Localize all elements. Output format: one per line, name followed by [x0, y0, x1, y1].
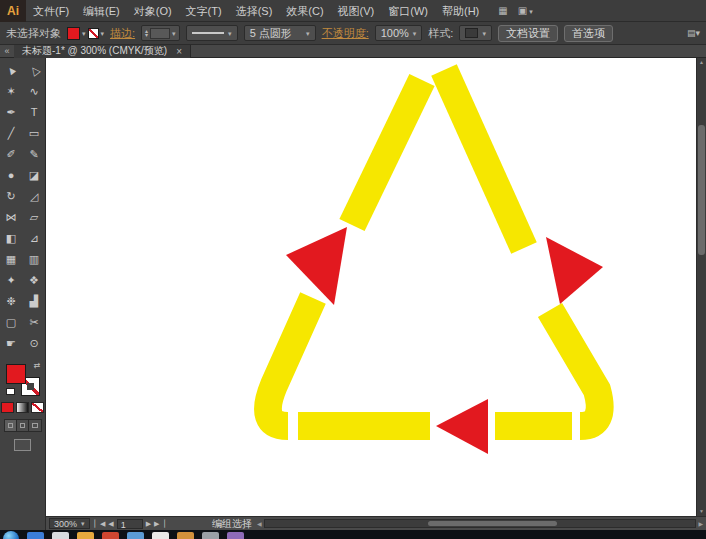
taskbar-app-icon[interactable] — [27, 532, 44, 539]
line-segment-tool[interactable]: ╱ — [0, 123, 23, 144]
zoom-tool[interactable]: ⊙ — [23, 333, 46, 354]
stroke-swatch[interactable] — [88, 28, 99, 39]
screen-mode-button[interactable] — [14, 439, 31, 451]
color-button[interactable] — [1, 402, 14, 413]
opacity-label[interactable]: 不透明度: — [322, 26, 369, 41]
horizontal-scrollbar-track[interactable] — [264, 519, 697, 528]
taskbar-app-icon[interactable] — [127, 532, 144, 539]
scale-tool[interactable]: ◿ — [23, 186, 46, 207]
vertical-scrollbar-track[interactable] — [697, 67, 706, 507]
artboard-number-field[interactable]: 1 — [117, 519, 143, 529]
shape-builder-tool[interactable]: ◧ — [0, 228, 23, 249]
stroke-weight-stepper[interactable]: ▴▾ ▾ — [141, 25, 180, 41]
fill-chevron-down-icon[interactable]: ▾ — [82, 30, 86, 37]
workspace-switcher-icon[interactable]: ▣▾ — [518, 5, 533, 16]
blob-brush-tool[interactable]: ● — [0, 165, 23, 186]
vertical-scrollbar[interactable]: ▲ ▼ — [696, 58, 706, 516]
brush-dropdown[interactable]: 5 点圆形 ▾ — [244, 25, 316, 41]
menu-item[interactable]: 效果(C) — [279, 0, 330, 22]
arrange-documents-icon[interactable]: ▦ — [498, 5, 507, 16]
mesh-tool[interactable]: ▦ — [0, 249, 23, 270]
pen-tool[interactable]: ✒ — [0, 102, 23, 123]
start-button[interactable] — [3, 531, 19, 539]
scroll-up-icon[interactable]: ▲ — [699, 58, 704, 67]
menu-item[interactable]: 对象(O) — [127, 0, 179, 22]
recycle-arrow-bottom[interactable] — [436, 399, 488, 454]
taskbar-app-icon[interactable] — [202, 532, 219, 539]
prev-artboard-button[interactable]: ◀ — [108, 520, 113, 528]
draw-inside-mode-button[interactable] — [29, 420, 41, 431]
taskbar-app-icon[interactable] — [52, 532, 69, 539]
taskbar-app-icon[interactable] — [77, 532, 94, 539]
triangle-band-upper-left[interactable] — [352, 80, 422, 225]
gradient-tool[interactable]: ▥ — [23, 249, 46, 270]
width-profile-dropdown[interactable]: ▾ — [186, 25, 238, 41]
menu-item[interactable]: 文字(T) — [179, 0, 229, 22]
eyedropper-tool[interactable]: ✦ — [0, 270, 23, 291]
paintbrush-tool[interactable]: ✐ — [0, 144, 23, 165]
stroke-weight-value[interactable] — [150, 28, 170, 39]
triangle-band-upper-right[interactable] — [444, 70, 524, 248]
control-panel-menu-icon[interactable]: ▤▾ — [687, 28, 700, 38]
triangle-band-lower-left[interactable] — [268, 298, 313, 426]
free-transform-tool[interactable]: ▱ — [23, 207, 46, 228]
preferences-button[interactable]: 首选项 — [564, 25, 613, 42]
perspective-grid-tool[interactable]: ⊿ — [23, 228, 46, 249]
stepper-arrows-icon[interactable]: ▴▾ — [145, 29, 148, 37]
pencil-tool[interactable]: ✎ — [23, 144, 46, 165]
zoom-dropdown[interactable]: 300% ▾ — [49, 518, 90, 529]
rectangle-tool[interactable]: ▭ — [23, 123, 46, 144]
menu-item[interactable]: 文件(F) — [26, 0, 76, 22]
slice-tool[interactable]: ✂ — [23, 312, 46, 333]
document-tab[interactable]: 未标题-1* @ 300% (CMYK/预览) × — [14, 45, 191, 58]
recycle-arrow-right[interactable] — [546, 237, 603, 304]
next-artboard-button[interactable]: ▶ — [146, 520, 151, 528]
swap-fill-stroke-icon[interactable]: ⇄ — [34, 362, 41, 370]
none-button[interactable] — [31, 402, 44, 413]
style-dropdown[interactable]: ▾ — [459, 25, 492, 41]
fill-swatch[interactable] — [67, 27, 80, 40]
stroke-weight-label[interactable]: 描边: — [110, 26, 135, 41]
horizontal-scrollbar-thumb[interactable] — [428, 521, 557, 526]
artboard-tool[interactable]: ▢ — [0, 312, 23, 333]
default-fill-stroke-icon[interactable] — [6, 388, 15, 395]
triangle-band-lower-right[interactable] — [550, 310, 600, 426]
menu-item[interactable]: 窗口(W) — [381, 0, 435, 22]
taskbar-app-icon[interactable] — [102, 532, 119, 539]
hand-tool[interactable]: ☛ — [0, 333, 23, 354]
taskbar-app-icon[interactable] — [152, 532, 169, 539]
menu-item[interactable]: 视图(V) — [331, 0, 382, 22]
draw-normal-mode-button[interactable] — [5, 420, 17, 431]
draw-behind-mode-button[interactable] — [17, 420, 29, 431]
vertical-scrollbar-thumb[interactable] — [698, 125, 705, 255]
scroll-right-icon[interactable]: ▶ — [698, 520, 703, 527]
taskbar-app-icon[interactable] — [177, 532, 194, 539]
stroke-chevron-down-icon[interactable]: ▾ — [101, 30, 105, 37]
menu-item[interactable]: 选择(S) — [229, 0, 280, 22]
scroll-down-icon[interactable]: ▼ — [699, 507, 704, 516]
horizontal-scrollbar[interactable]: ◀ ▶ — [257, 518, 703, 529]
tab-close-icon[interactable]: × — [176, 46, 182, 57]
windows-taskbar — [0, 530, 706, 539]
taskbar-app-icon[interactable] — [227, 532, 244, 539]
symbol-sprayer-tool[interactable]: ❉ — [0, 291, 23, 312]
recycle-arrow-left[interactable] — [286, 227, 347, 305]
gradient-button[interactable] — [16, 402, 29, 413]
width-tool[interactable]: ⋈ — [0, 207, 23, 228]
document-setup-button[interactable]: 文档设置 — [498, 25, 558, 42]
type-tool[interactable]: T — [23, 102, 46, 123]
menu-item[interactable]: 编辑(E) — [76, 0, 127, 22]
rotate-tool[interactable]: ↻ — [0, 186, 23, 207]
canvas[interactable]: ▲ ▼ — [46, 58, 706, 516]
column-graph-tool[interactable]: ▟ — [23, 291, 46, 312]
menu-item[interactable]: 帮助(H) — [435, 0, 486, 22]
illustrator-window: Ai 文件(F)编辑(E)对象(O)文字(T)选择(S)效果(C)视图(V)窗口… — [0, 0, 706, 539]
opacity-dropdown[interactable]: 100% ▾ — [375, 25, 423, 41]
last-artboard-button[interactable]: ▶▕ — [154, 520, 165, 528]
blend-tool[interactable]: ❖ — [23, 270, 46, 291]
fill-color-box[interactable] — [6, 364, 26, 384]
magic-wand-tool[interactable]: ✶ — [0, 81, 23, 102]
first-artboard-button[interactable]: ▏◀ — [95, 520, 106, 528]
scroll-left-icon[interactable]: ◀ — [257, 520, 262, 527]
eraser-tool[interactable]: ◪ — [23, 165, 46, 186]
